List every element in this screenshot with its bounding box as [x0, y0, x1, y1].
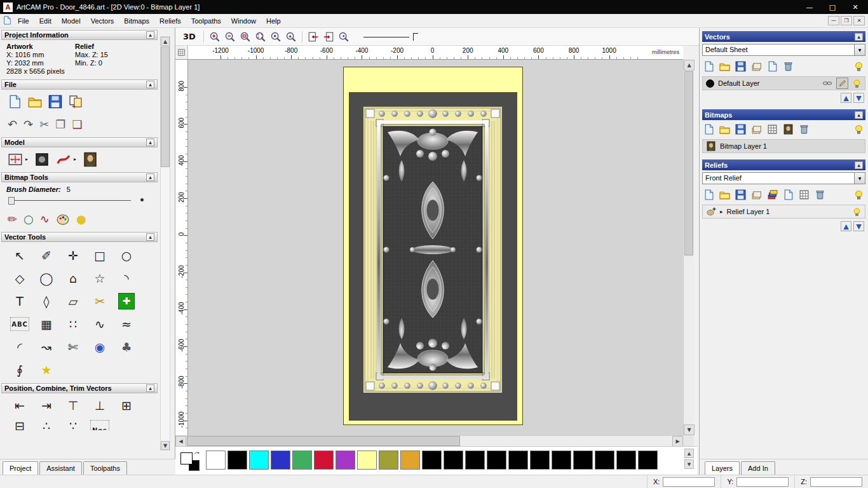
text-block-tool[interactable]: ABC [10, 317, 29, 331]
model-sheet[interactable] [343, 67, 523, 425]
palette-swatch-6[interactable] [336, 451, 355, 470]
palette-swatch-15[interactable] [530, 451, 550, 470]
nest-vectors-tool[interactable]: Nes [90, 420, 109, 430]
create-polygon-tool[interactable]: ⌂ [60, 267, 86, 290]
delete-bitmap-layer-icon[interactable] [799, 124, 810, 135]
paint-tool-icon[interactable]: ✏ [8, 214, 17, 225]
trim-vectors-tool[interactable]: ✂ [86, 290, 113, 313]
offset-vectors-tool[interactable]: ▱ [60, 290, 86, 313]
create-ellipse-tool[interactable]: ◯ [33, 267, 60, 290]
palette-swatch-17[interactable] [573, 451, 593, 470]
palette-swatch-11[interactable] [444, 451, 463, 470]
flood-fill-tool-icon[interactable]: ● [76, 214, 86, 225]
measure-tool[interactable]: ◊ [33, 290, 60, 313]
collapse-file-button[interactable]: ▲ [146, 81, 154, 88]
open-relief-layer-icon[interactable] [719, 189, 730, 200]
scroll-down-icon[interactable]: ▼ [684, 424, 695, 435]
copy-icon[interactable]: ❐ [55, 119, 65, 130]
combine-vectors-tool[interactable]: ∴ [33, 416, 60, 430]
mdi-restore-button[interactable]: ❐ [841, 16, 852, 25]
join-vectors-tool[interactable]: ↝ [33, 336, 60, 358]
scroll-up-icon[interactable]: ▲ [161, 37, 170, 46]
menu-item-help[interactable]: Help [261, 15, 286, 27]
new-bitmap-layer-icon[interactable] [703, 124, 714, 135]
tab-toolpaths[interactable]: Toolpaths [83, 461, 127, 475]
smooth-curve-tool[interactable]: ≈ [113, 313, 140, 336]
horizontal-scroll-thumb[interactable] [187, 436, 460, 446]
palette-scroll-down-icon[interactable]: ▼ [684, 459, 694, 469]
collapse-vectors-button[interactable]: ▲ [855, 33, 863, 41]
align-top-tool[interactable]: ⊤ [60, 395, 86, 416]
line-style-preview[interactable] [363, 32, 424, 42]
import-vectors-icon[interactable] [751, 61, 762, 72]
cut-icon[interactable]: ✂ [39, 119, 49, 130]
slider-handle[interactable] [8, 197, 15, 205]
palette-swatch-10[interactable] [422, 451, 442, 470]
align-bottom-tool[interactable]: ⊥ [86, 395, 113, 416]
palette-swatch-4[interactable] [292, 451, 312, 470]
cut-vectors-tool[interactable]: ✄ [60, 336, 86, 358]
zoom-previous-icon[interactable] [338, 31, 349, 43]
scroll-down-icon[interactable]: ▼ [161, 441, 170, 450]
layer-color-icon[interactable] [706, 79, 714, 88]
relief-layer-row[interactable]: ▸ Relief Layer 1 [702, 205, 865, 219]
palette-swatch-16[interactable] [552, 451, 571, 470]
block-copy-tool[interactable]: ▦ [33, 313, 60, 336]
interactive-distortion-tool[interactable]: ◉ [86, 336, 113, 358]
collapse-bitmap-tools-button[interactable]: ▲ [146, 173, 154, 181]
palette-swatch-7[interactable] [357, 451, 377, 470]
save-model-icon[interactable] [48, 95, 62, 109]
relief-grid-icon[interactable] [799, 189, 810, 200]
palette-swatch-19[interactable] [616, 451, 636, 470]
move-layer-up-icon[interactable]: ▲ [841, 93, 851, 103]
palette-swatch-3[interactable] [271, 451, 290, 470]
new-relief-layer-icon[interactable] [703, 189, 714, 200]
palette-swatch-20[interactable] [638, 451, 658, 470]
sculpt-relief-icon[interactable] [56, 152, 71, 167]
menu-item-window[interactable]: Window [226, 15, 261, 27]
menu-item-file[interactable]: File [13, 15, 34, 27]
paste-icon[interactable]: ❑ [72, 119, 82, 130]
primary-color-swatch[interactable] [180, 452, 193, 464]
palette-swatch-8[interactable] [379, 451, 398, 470]
colour-palette-icon[interactable] [56, 212, 70, 226]
center-in-page-tool[interactable]: ⊞ [113, 395, 140, 416]
vector-sheet-value[interactable]: Default Sheet [702, 44, 855, 56]
palette-swatch-14[interactable] [508, 451, 528, 470]
palette-swatch-12[interactable] [465, 451, 485, 470]
primary-secondary-color-indicator[interactable] [180, 451, 201, 471]
collapse-vector-tools-button[interactable]: ▲ [146, 233, 154, 241]
select-vectors-tool[interactable]: ↖ [6, 244, 33, 267]
zoom-out-icon[interactable] [224, 31, 236, 43]
tab-layers[interactable]: Layers [705, 461, 740, 475]
align-centers-tool[interactable]: ⊟ [6, 416, 33, 430]
delete-vector-layer-icon[interactable] [783, 61, 794, 72]
move-layer-down-icon[interactable]: ▼ [853, 221, 864, 231]
fit-curve-tool[interactable]: ∿ [86, 313, 113, 336]
tab-project[interactable]: Project [3, 461, 38, 475]
menu-item-reliefs[interactable]: Reliefs [154, 15, 186, 27]
palette-swatch-18[interactable] [595, 451, 614, 470]
mdi-close-button[interactable]: ✕ [853, 16, 865, 25]
snap-right-icon[interactable] [323, 31, 334, 43]
edit-layer-icon[interactable] [836, 78, 848, 89]
paste-vector-tool[interactable]: ✚ [118, 293, 135, 309]
delete-relief-layer-icon[interactable] [815, 189, 825, 200]
collapse-reliefs-button[interactable]: ▲ [855, 161, 863, 169]
move-layer-up-icon[interactable]: ▲ [841, 221, 851, 231]
swap-colors-icon[interactable] [194, 451, 201, 458]
relief-layer-stack-icon[interactable] [767, 189, 778, 200]
block-paste-tool[interactable]: ∵ [60, 416, 86, 430]
vector-sheet-selector[interactable]: Default Sheet ▼ [702, 44, 865, 56]
bitmap-grid-icon[interactable] [767, 124, 778, 135]
paste-along-curve-tool[interactable]: ∷ [60, 313, 86, 336]
toggle-bitmap-visibility-icon[interactable] [853, 124, 864, 135]
align-left-tool[interactable]: ⇤ [6, 395, 33, 416]
tab-add-in[interactable]: Add In [741, 461, 775, 475]
assistant-scrollbar[interactable]: ▲ ▼ [160, 36, 170, 451]
maximize-button[interactable]: □ [823, 1, 842, 13]
mdi-minimize-button[interactable]: — [828, 16, 839, 25]
model-size-dropdown-icon[interactable]: ▸ [25, 157, 28, 162]
collapse-project-info-button[interactable]: ▲ [146, 31, 154, 39]
create-polyline-tool[interactable]: ◇ [6, 267, 33, 290]
